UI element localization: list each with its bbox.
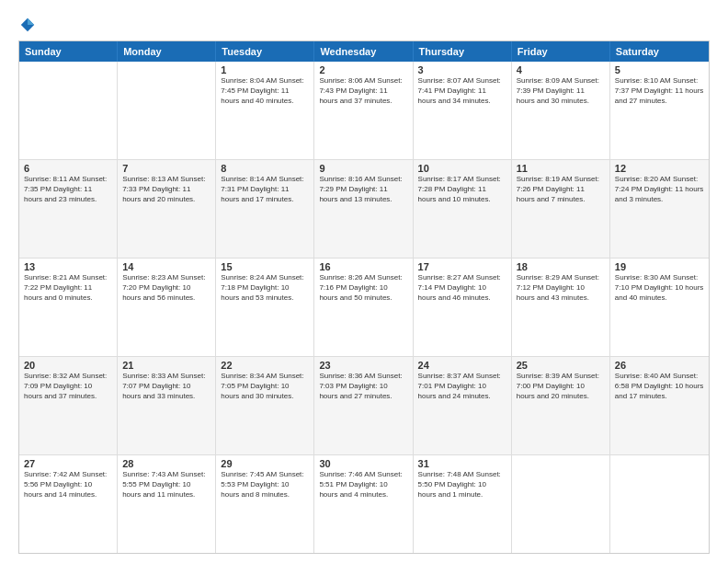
calendar-cell: 27Sunrise: 7:42 AM Sunset: 5:56 PM Dayli… bbox=[19, 455, 118, 553]
calendar-cell: 19Sunrise: 8:30 AM Sunset: 7:10 PM Dayli… bbox=[610, 259, 709, 356]
calendar-cell: 3Sunrise: 8:07 AM Sunset: 7:41 PM Daylig… bbox=[414, 62, 512, 159]
cell-detail: Sunrise: 8:11 AM Sunset: 7:35 PM Dayligh… bbox=[24, 175, 112, 204]
day-number: 4 bbox=[517, 64, 605, 75]
cell-detail: Sunrise: 7:46 AM Sunset: 5:51 PM Dayligh… bbox=[319, 470, 407, 500]
calendar-row: 20Sunrise: 8:32 AM Sunset: 7:09 PM Dayli… bbox=[19, 356, 709, 454]
day-number: 24 bbox=[418, 360, 506, 371]
cell-detail: Sunrise: 8:30 AM Sunset: 7:10 PM Dayligh… bbox=[615, 273, 704, 303]
calendar-row: 27Sunrise: 7:42 AM Sunset: 5:56 PM Dayli… bbox=[19, 454, 709, 553]
day-number: 15 bbox=[221, 261, 309, 272]
cell-detail: Sunrise: 8:16 AM Sunset: 7:29 PM Dayligh… bbox=[319, 175, 407, 204]
calendar-cell: 11Sunrise: 8:19 AM Sunset: 7:26 PM Dayli… bbox=[512, 160, 610, 258]
page-header bbox=[18, 17, 710, 33]
calendar-cell: 25Sunrise: 8:39 AM Sunset: 7:00 PM Dayli… bbox=[512, 357, 610, 454]
day-number: 2 bbox=[319, 64, 407, 75]
cell-detail: Sunrise: 8:23 AM Sunset: 7:20 PM Dayligh… bbox=[122, 273, 210, 303]
calendar-cell: 18Sunrise: 8:29 AM Sunset: 7:12 PM Dayli… bbox=[512, 259, 610, 356]
calendar-cell: 22Sunrise: 8:34 AM Sunset: 7:05 PM Dayli… bbox=[216, 357, 314, 454]
weekday-header: Saturday bbox=[610, 41, 709, 62]
calendar-cell: 2Sunrise: 8:06 AM Sunset: 7:43 PM Daylig… bbox=[314, 62, 413, 159]
day-number: 25 bbox=[517, 360, 605, 371]
weekday-header: Monday bbox=[118, 41, 216, 62]
calendar-cell: 8Sunrise: 8:14 AM Sunset: 7:31 PM Daylig… bbox=[216, 160, 314, 258]
calendar-cell: 31Sunrise: 7:48 AM Sunset: 5:50 PM Dayli… bbox=[414, 455, 512, 553]
weekday-header: Wednesday bbox=[314, 41, 413, 62]
day-number: 11 bbox=[517, 163, 605, 174]
day-number: 22 bbox=[221, 360, 309, 371]
calendar-cell: 10Sunrise: 8:17 AM Sunset: 7:28 PM Dayli… bbox=[414, 160, 512, 258]
calendar-cell: 16Sunrise: 8:26 AM Sunset: 7:16 PM Dayli… bbox=[314, 259, 413, 356]
day-number: 6 bbox=[24, 163, 112, 174]
calendar-cell bbox=[512, 455, 610, 553]
cell-detail: Sunrise: 8:39 AM Sunset: 7:00 PM Dayligh… bbox=[517, 372, 605, 401]
logo bbox=[18, 17, 37, 33]
cell-detail: Sunrise: 8:17 AM Sunset: 7:28 PM Dayligh… bbox=[418, 175, 506, 204]
day-number: 20 bbox=[24, 360, 112, 371]
day-number: 31 bbox=[418, 458, 506, 469]
day-number: 23 bbox=[319, 360, 407, 371]
calendar-cell: 4Sunrise: 8:09 AM Sunset: 7:39 PM Daylig… bbox=[512, 62, 610, 159]
day-number: 7 bbox=[122, 163, 210, 174]
calendar-body: 1Sunrise: 8:04 AM Sunset: 7:45 PM Daylig… bbox=[19, 62, 709, 553]
day-number: 10 bbox=[418, 163, 506, 174]
cell-detail: Sunrise: 8:29 AM Sunset: 7:12 PM Dayligh… bbox=[517, 273, 605, 303]
day-number: 3 bbox=[418, 64, 506, 75]
cell-detail: Sunrise: 8:21 AM Sunset: 7:22 PM Dayligh… bbox=[24, 273, 112, 303]
cell-detail: Sunrise: 8:40 AM Sunset: 6:58 PM Dayligh… bbox=[615, 372, 704, 401]
day-number: 14 bbox=[122, 261, 210, 272]
day-number: 9 bbox=[319, 163, 407, 174]
cell-detail: Sunrise: 7:43 AM Sunset: 5:55 PM Dayligh… bbox=[122, 470, 210, 500]
day-number: 27 bbox=[24, 458, 112, 469]
cell-detail: Sunrise: 8:07 AM Sunset: 7:41 PM Dayligh… bbox=[418, 76, 506, 106]
calendar-row: 1Sunrise: 8:04 AM Sunset: 7:45 PM Daylig… bbox=[19, 62, 709, 159]
cell-detail: Sunrise: 8:20 AM Sunset: 7:24 PM Dayligh… bbox=[615, 175, 704, 204]
calendar-row: 6Sunrise: 8:11 AM Sunset: 7:35 PM Daylig… bbox=[19, 159, 709, 258]
day-number: 30 bbox=[319, 458, 407, 469]
calendar-cell: 21Sunrise: 8:33 AM Sunset: 7:07 PM Dayli… bbox=[118, 357, 216, 454]
calendar-cell: 29Sunrise: 7:45 AM Sunset: 5:53 PM Dayli… bbox=[216, 455, 314, 553]
cell-detail: Sunrise: 8:06 AM Sunset: 7:43 PM Dayligh… bbox=[319, 76, 407, 106]
cell-detail: Sunrise: 8:19 AM Sunset: 7:26 PM Dayligh… bbox=[517, 175, 605, 204]
calendar-cell bbox=[118, 62, 216, 159]
calendar-cell: 14Sunrise: 8:23 AM Sunset: 7:20 PM Dayli… bbox=[118, 259, 216, 356]
calendar-cell: 20Sunrise: 8:32 AM Sunset: 7:09 PM Dayli… bbox=[19, 357, 118, 454]
cell-detail: Sunrise: 7:48 AM Sunset: 5:50 PM Dayligh… bbox=[418, 470, 506, 500]
svg-marker-1 bbox=[28, 18, 34, 25]
calendar-cell: 12Sunrise: 8:20 AM Sunset: 7:24 PM Dayli… bbox=[610, 160, 709, 258]
cell-detail: Sunrise: 8:09 AM Sunset: 7:39 PM Dayligh… bbox=[517, 76, 605, 106]
weekday-header: Sunday bbox=[19, 41, 118, 62]
calendar-cell: 24Sunrise: 8:37 AM Sunset: 7:01 PM Dayli… bbox=[414, 357, 512, 454]
cell-detail: Sunrise: 8:24 AM Sunset: 7:18 PM Dayligh… bbox=[221, 273, 309, 303]
day-number: 28 bbox=[122, 458, 210, 469]
weekday-header: Tuesday bbox=[216, 41, 314, 62]
calendar-cell: 30Sunrise: 7:46 AM Sunset: 5:51 PM Dayli… bbox=[314, 455, 413, 553]
calendar-cell: 6Sunrise: 8:11 AM Sunset: 7:35 PM Daylig… bbox=[19, 160, 118, 258]
calendar-cell bbox=[610, 455, 709, 553]
cell-detail: Sunrise: 7:42 AM Sunset: 5:56 PM Dayligh… bbox=[24, 470, 112, 500]
cell-detail: Sunrise: 8:37 AM Sunset: 7:01 PM Dayligh… bbox=[418, 372, 506, 401]
calendar-cell: 1Sunrise: 8:04 AM Sunset: 7:45 PM Daylig… bbox=[216, 62, 314, 159]
weekday-header: Friday bbox=[512, 41, 610, 62]
day-number: 16 bbox=[319, 261, 407, 272]
calendar-cell: 9Sunrise: 8:16 AM Sunset: 7:29 PM Daylig… bbox=[314, 160, 413, 258]
day-number: 29 bbox=[221, 458, 309, 469]
day-number: 26 bbox=[615, 360, 704, 371]
cell-detail: Sunrise: 8:10 AM Sunset: 7:37 PM Dayligh… bbox=[615, 76, 704, 106]
calendar-cell: 23Sunrise: 8:36 AM Sunset: 7:03 PM Dayli… bbox=[314, 357, 413, 454]
day-number: 19 bbox=[615, 261, 704, 272]
day-number: 8 bbox=[221, 163, 309, 174]
cell-detail: Sunrise: 8:26 AM Sunset: 7:16 PM Dayligh… bbox=[319, 273, 407, 303]
cell-detail: Sunrise: 8:33 AM Sunset: 7:07 PM Dayligh… bbox=[122, 372, 210, 401]
day-number: 21 bbox=[122, 360, 210, 371]
cell-detail: Sunrise: 8:13 AM Sunset: 7:33 PM Dayligh… bbox=[122, 175, 210, 204]
cell-detail: Sunrise: 8:14 AM Sunset: 7:31 PM Dayligh… bbox=[221, 175, 309, 204]
logo-icon bbox=[19, 17, 36, 33]
day-number: 17 bbox=[418, 261, 506, 272]
cell-detail: Sunrise: 8:27 AM Sunset: 7:14 PM Dayligh… bbox=[418, 273, 506, 303]
calendar-cell bbox=[19, 62, 118, 159]
cell-detail: Sunrise: 7:45 AM Sunset: 5:53 PM Dayligh… bbox=[221, 470, 309, 500]
cell-detail: Sunrise: 8:04 AM Sunset: 7:45 PM Dayligh… bbox=[221, 76, 309, 106]
day-number: 13 bbox=[24, 261, 112, 272]
calendar-cell: 17Sunrise: 8:27 AM Sunset: 7:14 PM Dayli… bbox=[414, 259, 512, 356]
calendar-cell: 28Sunrise: 7:43 AM Sunset: 5:55 PM Dayli… bbox=[118, 455, 216, 553]
